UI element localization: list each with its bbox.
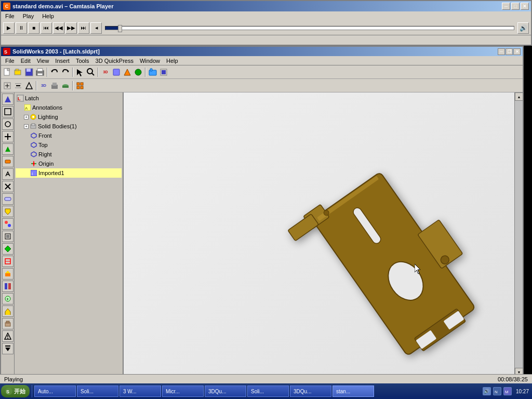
sw-tb-btn-a[interactable] [111, 67, 122, 77]
left-tool-15[interactable] [2, 268, 14, 280]
left-tool-7[interactable] [2, 168, 14, 180]
left-tool-8[interactable] [2, 181, 14, 192]
solidbody-expand[interactable]: + [24, 124, 29, 129]
sw-menu-tools[interactable]: Tools [73, 57, 92, 64]
tree-item-imported1[interactable]: I Imported1 [16, 168, 122, 178]
imported-icon: I [30, 169, 37, 177]
sw-select-btn[interactable] [75, 67, 85, 77]
tree-item-right[interactable]: Right [16, 150, 122, 159]
left-tool-16[interactable] [2, 281, 14, 292]
camtasia-menu-file[interactable]: File [3, 12, 17, 20]
left-tool-1[interactable] [2, 94, 14, 105]
taskbar-item-stan[interactable]: stan... [332, 385, 374, 397]
sw-menu-quickpress[interactable]: 3D QuickPress [92, 57, 137, 64]
left-tool-4[interactable] [2, 131, 14, 142]
camtasia-close-btn[interactable]: ✕ [521, 3, 529, 10]
sw-new-btn[interactable] [2, 67, 12, 77]
sw-menu-edit[interactable]: Edit [18, 57, 34, 64]
tree-item-front[interactable]: Front [16, 131, 122, 140]
left-tool-17[interactable]: + [2, 293, 14, 304]
camtasia-minimize-btn[interactable]: ─ [502, 3, 510, 10]
play-btn[interactable]: ▶ [3, 22, 15, 34]
camtasia-menu-help[interactable]: Help [40, 12, 56, 20]
left-tool-20[interactable] [2, 330, 14, 342]
sw-scrollbar-vertical[interactable]: ▲ ▼ [514, 92, 523, 376]
sw-tb2-btn-f[interactable] [60, 81, 71, 91]
sw-undo-btn[interactable] [49, 67, 60, 77]
tree-item-annotations[interactable]: A Annotations [16, 103, 122, 112]
sw-menu-view[interactable]: View [34, 57, 52, 64]
sw-save-btn[interactable] [24, 67, 34, 77]
left-tool-2[interactable] [2, 106, 14, 117]
volume-btn[interactable]: 🔊 [517, 22, 529, 34]
sw-open-btn[interactable] [13, 67, 23, 77]
rewind-btn[interactable]: ◀◀ [53, 22, 64, 34]
tree-item-solid-bodies[interactable]: + Solid Bodies(1) [16, 122, 122, 131]
sw-tb2-btn-a[interactable] [2, 81, 12, 91]
sw-tb2-btn-d[interactable]: 3D [38, 81, 49, 91]
tree-item-origin[interactable]: Origin [16, 159, 122, 168]
sw-tb2-btn-c[interactable] [24, 81, 34, 91]
stop-btn[interactable]: ■ [28, 22, 39, 34]
forward-btn[interactable]: ▶▶ [65, 22, 77, 34]
taskbar-item-soli1[interactable]: Soli... [77, 385, 118, 397]
sw-menu-window[interactable]: Window [137, 57, 163, 64]
tray-icon-1[interactable]: 🔊 [483, 387, 491, 395]
left-tool-21[interactable] [2, 343, 14, 354]
taskbar-item-3dqu2[interactable]: 3DQu... [290, 385, 331, 397]
sw-tb-3d-btn[interactable]: 3D [100, 67, 111, 77]
tree-item-top[interactable]: Top [16, 140, 122, 150]
left-tool-11[interactable] [2, 218, 14, 230]
taskbar-item-soli2[interactable]: Soli... [247, 385, 289, 397]
scroll-track-v[interactable] [515, 101, 523, 368]
taskbar-item-3dqu1[interactable]: 3DQu... [205, 385, 246, 397]
taskbar-item-3w[interactable]: 3 W... [119, 385, 161, 397]
svg-rect-74 [32, 124, 35, 126]
sw-tb2-btn-b[interactable] [13, 81, 23, 91]
sw-tb2-btn-g[interactable] [75, 81, 85, 91]
cam-extra-btn[interactable]: ◀ [90, 22, 102, 34]
progress-thumb[interactable] [118, 25, 122, 32]
left-tool-19[interactable] [2, 318, 14, 329]
sw-tb-btn-d[interactable] [148, 67, 158, 77]
sw-menu-insert[interactable]: Insert [52, 57, 73, 64]
tray-icon-2[interactable]: N [493, 387, 501, 395]
sw-restore-btn[interactable]: ❐ [506, 48, 513, 55]
left-tool-10[interactable] [2, 206, 14, 217]
start-button[interactable]: S 开始 [1, 385, 30, 397]
left-tool-3[interactable] [2, 118, 14, 130]
sw-menu-file[interactable]: File [2, 57, 18, 64]
left-tool-14[interactable] [2, 256, 14, 267]
left-tool-5[interactable] [2, 143, 14, 155]
sw-print-btn[interactable] [35, 67, 45, 77]
left-tool-13[interactable] [2, 243, 14, 255]
rewind-start-btn[interactable]: ⏮ [41, 22, 52, 34]
left-tool-18[interactable] [2, 305, 14, 317]
sw-tb-btn-e[interactable] [158, 67, 169, 77]
camtasia-maximize-btn[interactable]: □ [511, 3, 520, 10]
sw-menu-help[interactable]: Help [163, 57, 181, 64]
taskbar-item-auto[interactable]: Auto... [34, 385, 76, 397]
sw-viewport[interactable]: ▲ ▼ [124, 92, 523, 376]
tray-icon-3[interactable]: M [503, 387, 512, 395]
sw-tb-btn-c[interactable] [133, 67, 143, 77]
sw-tb-btn-b[interactable] [122, 67, 132, 77]
progress-bar[interactable] [105, 26, 514, 30]
sw-sep-6 [72, 81, 73, 90]
sw-tb2-btn-e[interactable] [49, 81, 60, 91]
tree-item-lighting[interactable]: + Lighting [16, 112, 122, 122]
camtasia-menu-play[interactable]: Play [21, 12, 36, 20]
left-tool-6[interactable] [2, 156, 14, 167]
sw-redo-btn[interactable] [60, 67, 71, 77]
sw-close-btn[interactable]: ✕ [513, 48, 521, 55]
sw-minimize-btn[interactable]: ─ [498, 48, 505, 55]
forward-end-btn[interactable]: ⏭ [78, 22, 89, 34]
scroll-up-btn[interactable]: ▲ [515, 92, 523, 101]
taskbar-item-micr[interactable]: Micr... [162, 385, 204, 397]
pause-btn[interactable]: ⏸ [16, 22, 27, 34]
sw-zoom-btn[interactable] [86, 67, 96, 77]
left-tool-12[interactable] [2, 231, 14, 242]
left-tool-9[interactable] [2, 193, 14, 205]
lighting-expand[interactable]: + [24, 115, 29, 119]
tree-item-root[interactable]: L Latch [16, 94, 122, 103]
